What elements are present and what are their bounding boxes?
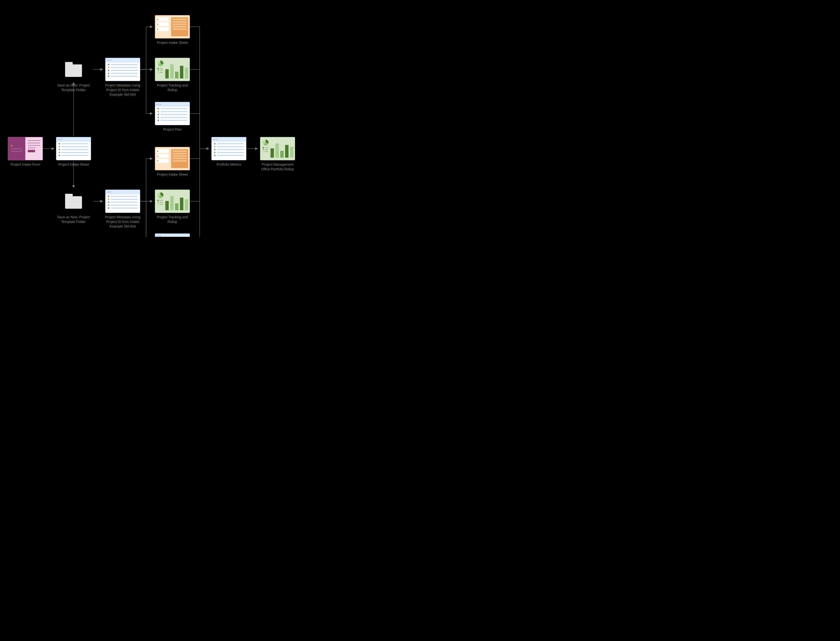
node-ptr-top: Project Tracking and Rollup <box>153 58 192 92</box>
sheet-card-icon <box>56 137 91 160</box>
form-card-icon <box>8 137 43 160</box>
folder-icon <box>56 58 91 81</box>
label-folder-top: Save as New: Project Template Folder <box>54 83 93 92</box>
label-plan-top: Project Plan <box>163 127 181 132</box>
node-folder-bottom: Save as New: Project Template Folder <box>54 190 93 224</box>
node-ptr-bot: Project Tracking and Rollup <box>153 190 192 224</box>
report-card-icon <box>155 147 190 170</box>
label-pis-bot: Project Intake Sheet <box>157 172 188 177</box>
sheet-card-icon <box>155 102 190 125</box>
folder-icon <box>56 190 91 213</box>
node-plan-top: Project Plan <box>153 102 192 132</box>
node-pis-bot: Project Intake Sheet <box>153 147 192 177</box>
sheet-card-icon <box>211 137 246 160</box>
label-ptr-bot: Project Tracking and Rollup <box>153 215 192 224</box>
label-pis-top: Project Intake Sheet <box>157 40 188 45</box>
report-card-icon <box>155 15 190 39</box>
dashboard-card-icon <box>260 137 295 160</box>
node-metadata-top: Project Metadata Using Project ID from I… <box>103 58 142 97</box>
node-project-intake-form: Project Intake Form <box>6 137 45 167</box>
node-metadata-bottom: Project Metadata Using Project ID from I… <box>103 190 142 229</box>
node-project-intake-sheet-source: Project Intake Sheet <box>54 137 93 167</box>
label-folder-bottom: Save as New: Project Template Folder <box>54 215 93 224</box>
dashboard-card-icon <box>155 58 190 81</box>
label-portfolio-metrics: Portfolio Metrics <box>217 162 241 167</box>
sheet-card-icon <box>105 190 140 213</box>
sheet-card-icon <box>155 234 190 237</box>
label-project-intake-form: Project Intake Form <box>10 162 40 167</box>
node-portfolio-metrics: Portfolio Metrics <box>209 137 248 167</box>
node-pis-top: Project Intake Sheet <box>153 15 192 45</box>
node-folder-top: Save as New: Project Template Folder <box>54 58 93 92</box>
node-pmo-rollup: Project Management Office Portfolio Roll… <box>258 137 297 172</box>
label-metadata-top: Project Metadata Using Project ID from I… <box>103 83 142 97</box>
node-plan-bot: Project Plan <box>153 234 192 237</box>
label-project-intake-sheet-source: Project Intake Sheet <box>58 162 89 167</box>
label-pmo-rollup: Project Management Office Portfolio Roll… <box>258 162 297 172</box>
label-ptr-top: Project Tracking and Rollup <box>153 83 192 92</box>
label-metadata-bottom: Project Metadata Using Project ID from I… <box>103 215 142 229</box>
dashboard-card-icon <box>155 190 190 213</box>
sheet-card-icon <box>105 58 140 81</box>
